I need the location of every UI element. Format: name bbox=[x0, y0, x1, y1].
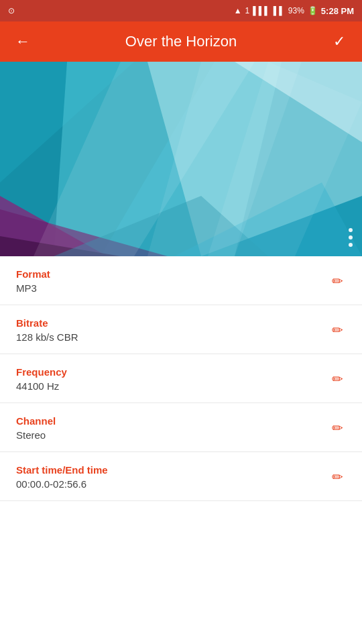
info-label-2: Frequency bbox=[16, 366, 67, 378]
edit-button-1[interactable] bbox=[329, 319, 346, 341]
signal-bars-icon: ▌▌▌ bbox=[253, 6, 270, 15]
info-value-2: 44100 Hz bbox=[16, 380, 67, 392]
info-value-0: MP3 bbox=[16, 282, 50, 294]
info-label-4: Start time/End time bbox=[16, 464, 108, 476]
battery-percent: 93% bbox=[288, 6, 304, 15]
info-content-3: Channel Stereo bbox=[16, 415, 56, 441]
dot1 bbox=[349, 228, 353, 232]
info-value-3: Stereo bbox=[16, 429, 56, 441]
sim1-icon: 1 bbox=[245, 6, 250, 15]
signal-bars2-icon: ▌▌ bbox=[274, 6, 285, 15]
info-label-0: Format bbox=[16, 268, 50, 280]
info-label-1: Bitrate bbox=[16, 317, 78, 329]
status-time: 5:28 PM bbox=[321, 6, 354, 16]
info-content-2: Frequency 44100 Hz bbox=[16, 366, 67, 392]
dot3 bbox=[349, 243, 353, 247]
more-options-button[interactable] bbox=[349, 228, 353, 247]
info-content-1: Bitrate 128 kb/s CBR bbox=[16, 317, 78, 343]
edit-button-4[interactable] bbox=[329, 466, 346, 488]
info-value-1: 128 kb/s CBR bbox=[16, 331, 78, 343]
info-content-0: Format MP3 bbox=[16, 268, 50, 294]
info-item-4: Start time/End time 00:00.0-02:56.6 bbox=[0, 452, 362, 501]
info-list: Format MP3 Bitrate 128 kb/s CBR Frequenc… bbox=[0, 256, 362, 501]
confirm-button[interactable]: ✓ bbox=[327, 33, 351, 50]
info-item-1: Bitrate 128 kb/s CBR bbox=[0, 305, 362, 354]
dot2 bbox=[349, 235, 353, 239]
info-label-3: Channel bbox=[16, 415, 56, 427]
app-bar: ← Over the Horizon ✓ bbox=[0, 21, 362, 62]
battery-icon: 🔋 bbox=[308, 6, 318, 15]
info-item-2: Frequency 44100 Hz bbox=[0, 354, 362, 403]
app-notification-icon: ⊙ bbox=[8, 6, 15, 15]
info-value-4: 00:00.0-02:56.6 bbox=[16, 478, 108, 490]
info-content-4: Start time/End time 00:00.0-02:56.6 bbox=[16, 464, 108, 490]
edit-button-3[interactable] bbox=[329, 417, 346, 439]
page-title: Over the Horizon bbox=[35, 33, 327, 50]
back-button[interactable]: ← bbox=[11, 33, 35, 50]
album-art bbox=[0, 62, 362, 256]
info-item-3: Channel Stereo bbox=[0, 403, 362, 452]
edit-button-2[interactable] bbox=[329, 368, 346, 390]
status-bar: ⊙ ▲ 1 ▌▌▌ ▌▌ 93% 🔋 5:28 PM bbox=[0, 0, 362, 21]
edit-button-0[interactable] bbox=[329, 270, 346, 292]
wifi-icon: ▲ bbox=[234, 6, 242, 15]
info-item-0: Format MP3 bbox=[0, 256, 362, 305]
